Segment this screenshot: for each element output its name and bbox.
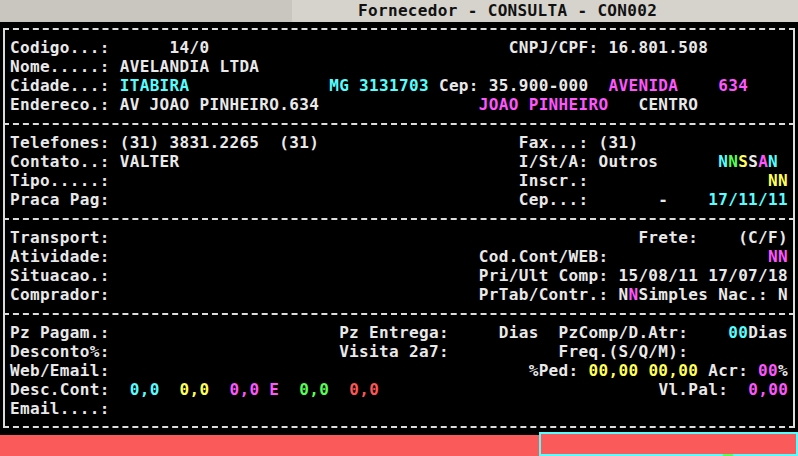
row-pz-pagam-seg: Dias bbox=[748, 323, 788, 342]
row-web-email-seg: 00 bbox=[758, 361, 778, 380]
section-separator bbox=[3, 313, 795, 315]
row-tipo-inscr: Tipo.....: Inscr.: NN bbox=[0, 171, 798, 190]
row-web-email-seg: % bbox=[778, 361, 788, 380]
row-cidade-seg: Cep: 35.900-000 bbox=[429, 76, 609, 95]
row-telefones-fax-seg: Telefones: (31) 3831.2265 (31) Fax...: (… bbox=[0, 133, 638, 152]
row-desc-cont-seg bbox=[160, 380, 180, 399]
row-nome-seg: Nome.....: AVELANDIA LTDA bbox=[0, 57, 259, 76]
row-contato-ista-seg: N bbox=[768, 152, 778, 171]
row-pz-pagam-seg: 00 bbox=[728, 323, 748, 342]
row-desc-cont-seg bbox=[210, 380, 230, 399]
row-pz-pagam: Pz Pagam.: Pz Entrega: Dias PzComp/D.Atr… bbox=[0, 323, 798, 342]
row-web-email-seg: Acr: bbox=[698, 361, 758, 380]
row-cidade-seg: 634 bbox=[718, 76, 748, 95]
row-situacao-comp: Situacao.: Pri/Ult Comp: 15/08/11 17/07/… bbox=[0, 266, 798, 285]
row-desc-cont-seg: 0,00 bbox=[748, 380, 788, 399]
row-web-email-seg: 00,00 bbox=[648, 361, 698, 380]
title-bar: Fornecedor - CONSULTA - CON002 bbox=[0, 0, 798, 22]
row-tipo-inscr-seg: NN bbox=[768, 171, 788, 190]
row-desc-cont-seg: Desc.Cont: bbox=[0, 380, 130, 399]
row-desc-cont-seg: 0,0 bbox=[180, 380, 210, 399]
row-contato-ista-seg: S bbox=[748, 152, 758, 171]
row-endereco: Endereco.: AV JOAO PINHEIRO.634 JOAO PIN… bbox=[0, 95, 798, 114]
row-desconto: Desconto%: Visita 2a7: Freq.(S/Q/M): bbox=[0, 342, 798, 361]
row-codigo-cnpj: Codigo...: 14/0 CNPJ/CPF: 16.801.508 bbox=[0, 38, 798, 57]
row-pz-pagam-seg: Pz Pagam.: Pz Entrega: Dias PzComp/D.Atr… bbox=[0, 323, 728, 342]
row-atividade-codcont-seg: Atividade: Cod.Cont/WEB: bbox=[0, 247, 768, 266]
row-desc-cont: Desc.Cont: 0,0 0,0 0,0 E 0,0 0,0 Vl.Pal:… bbox=[0, 380, 798, 399]
row-situacao-comp-seg: Situacao.: Pri/Ult Comp: 15/08/11 17/07/… bbox=[0, 266, 788, 285]
row-cidade-seg: MG 3131703 bbox=[329, 76, 429, 95]
row-email: Email....: bbox=[0, 399, 798, 418]
row-praca-cep: Praca Pag: Cep...: - 17/11/11 bbox=[0, 190, 798, 209]
row-nome: Nome.....: AVELANDIA LTDA bbox=[0, 57, 798, 76]
row-desc-cont-seg: 0,0 bbox=[349, 380, 379, 399]
row-cidade-seg: Cidade...: bbox=[0, 76, 120, 95]
row-cidade-seg bbox=[678, 76, 718, 95]
row-desconto-seg: Desconto%: Visita 2a7: Freq.(S/Q/M): bbox=[0, 342, 688, 361]
status-bar: So Abertos? S (S/N) bbox=[0, 435, 798, 456]
row-desc-cont-seg: 0,0 E bbox=[229, 380, 279, 399]
row-cidade: Cidade...: ITABIRA MG 3131703 Cep: 35.90… bbox=[0, 76, 798, 95]
row-web-email-seg: Web/Email: %Ped: bbox=[0, 361, 589, 380]
row-comprador-prtab-seg: N bbox=[628, 285, 638, 304]
row-praca-cep-seg: 17/11/11 bbox=[708, 190, 788, 209]
row-contato-ista-seg: N bbox=[728, 152, 738, 171]
row-praca-cep-seg: Praca Pag: Cep...: - bbox=[0, 190, 708, 209]
row-endereco-seg: JOAO PINHEIRO bbox=[479, 95, 609, 114]
row-telefones-fax: Telefones: (31) 3831.2265 (31) Fax...: (… bbox=[0, 133, 798, 152]
prompt-box[interactable]: So Abertos? S (S/N) bbox=[539, 432, 798, 456]
window-title: Fornecedor - CONSULTA - CON002 bbox=[358, 1, 657, 21]
row-contato-ista-seg: Contato..: VALTER I/St/A: Outros bbox=[0, 152, 718, 171]
row-web-email-seg bbox=[638, 361, 648, 380]
row-cidade-seg: ITABIRA bbox=[120, 76, 190, 95]
row-desc-cont-seg: 0,0 bbox=[130, 380, 160, 399]
row-desc-cont-seg bbox=[329, 380, 349, 399]
section-separator bbox=[3, 123, 795, 125]
row-desc-cont-seg: Vl.Pal: bbox=[379, 380, 748, 399]
row-cidade-seg bbox=[190, 76, 330, 95]
row-contato-ista-seg: N bbox=[718, 152, 728, 171]
terminal-screen: Fornecedor - CONSULTA - CON002 Codigo...… bbox=[0, 0, 798, 456]
row-comprador-prtab: Comprador: PrTab/Contr.: NNSimples Nac.:… bbox=[0, 285, 798, 304]
row-email-seg: Email....: bbox=[0, 399, 110, 418]
row-cidade-seg: AVENIDA bbox=[608, 76, 678, 95]
row-contato-ista: Contato..: VALTER I/St/A: Outros NNSSAN bbox=[0, 152, 798, 171]
row-contato-ista-seg: A bbox=[758, 152, 768, 171]
row-comprador-prtab-seg: Simples Nac.: N bbox=[638, 285, 788, 304]
row-atividade-codcont-seg: NN bbox=[768, 247, 788, 266]
row-transport-frete-seg: Transport: Frete: (C/F) bbox=[0, 228, 788, 247]
row-web-email-seg: 00,00 bbox=[589, 361, 639, 380]
row-desc-cont-seg bbox=[279, 380, 299, 399]
row-transport-frete: Transport: Frete: (C/F) bbox=[0, 228, 798, 247]
row-tipo-inscr-seg: Tipo.....: Inscr.: bbox=[0, 171, 768, 190]
row-comprador-prtab-seg: Comprador: PrTab/Contr.: N bbox=[0, 285, 628, 304]
row-atividade-codcont: Atividade: Cod.Cont/WEB: NN bbox=[0, 247, 798, 266]
row-contato-ista-seg: S bbox=[738, 152, 748, 171]
row-web-email: Web/Email: %Ped: 00,00 00,00 Acr: 00% bbox=[0, 361, 798, 380]
row-endereco-seg: Endereco.: AV JOAO PINHEIRO.634 bbox=[0, 95, 479, 114]
title-bar-shade bbox=[0, 0, 292, 22]
row-codigo-cnpj-seg: Codigo...: 14/0 CNPJ/CPF: 16.801.508 bbox=[0, 38, 708, 57]
row-desc-cont-seg: 0,0 bbox=[299, 380, 329, 399]
row-endereco-seg: CENTRO bbox=[608, 95, 698, 114]
section-separator bbox=[3, 218, 795, 220]
